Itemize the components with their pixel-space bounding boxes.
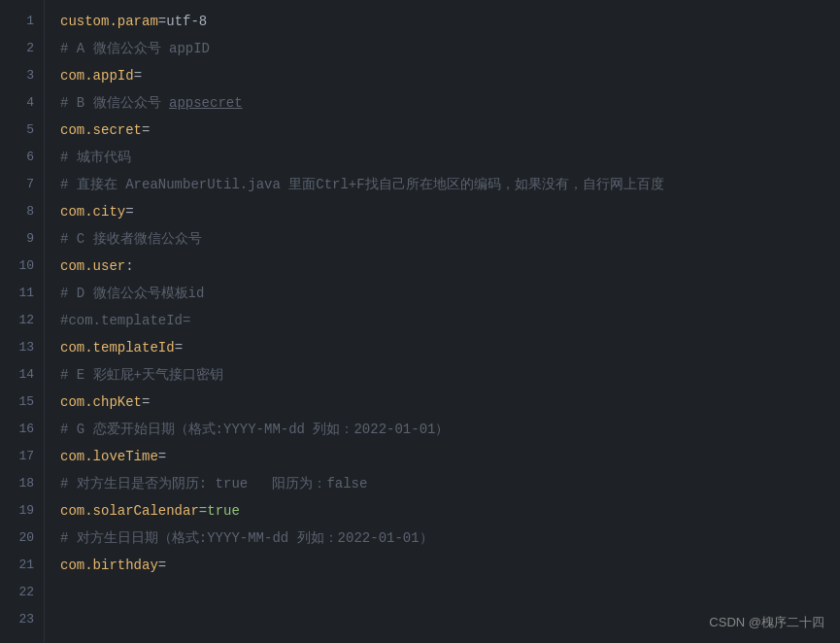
token: com.loveTime <box>60 449 158 464</box>
token: = <box>158 558 166 573</box>
line-number: 16 <box>0 416 44 443</box>
token: com.user <box>60 258 125 274</box>
token: = <box>158 449 166 464</box>
code-line <box>45 579 840 606</box>
line-number: 3 <box>0 62 44 89</box>
code-line: com.secret= <box>45 117 840 144</box>
token: : <box>125 258 133 274</box>
code-line: com.solarCalendar=true <box>45 497 840 525</box>
line-number: 18 <box>0 470 44 497</box>
line-number: 4 <box>0 89 44 117</box>
line-number: 12 <box>0 307 44 334</box>
code-area: 1234567891011121314151617181920212223 cu… <box>0 0 840 643</box>
line-number: 5 <box>0 117 44 144</box>
code-line: com.user: <box>45 253 840 280</box>
code-line: # E 彩虹屁+天气接口密钥 <box>45 361 840 389</box>
token: # 直接在 AreaNumberUtil.java 里面Ctrl+F找自己所在地… <box>60 177 664 192</box>
code-line: # 对方生日日期（格式:YYYY-MM-dd 列如：2022-01-01） <box>45 525 840 552</box>
line-number: 8 <box>0 198 44 225</box>
code-line: com.appId= <box>45 62 840 89</box>
line-number: 23 <box>0 606 44 633</box>
token: # 对方生日是否为阴历: true 阳历为：false <box>60 476 367 491</box>
token: = <box>142 394 150 410</box>
code-line: # C 接收者微信公众号 <box>45 225 840 253</box>
line-number: 10 <box>0 253 44 280</box>
code-line: # 直接在 AreaNumberUtil.java 里面Ctrl+F找自己所在地… <box>45 171 840 198</box>
line-number: 17 <box>0 443 44 470</box>
code-line: com.city= <box>45 198 840 225</box>
token: # B 微信公众号 <box>60 95 169 111</box>
token: # C 接收者微信公众号 <box>60 231 202 247</box>
code-line: # G 恋爱开始日期（格式:YYYY-MM-dd 列如：2022-01-01） <box>45 416 840 443</box>
line-number: 20 <box>0 525 44 552</box>
token: =true <box>199 503 240 519</box>
code-line: com.templateId= <box>45 334 840 361</box>
token: # G 恋爱开始日期（格式:YYYY-MM-dd 列如：2022-01-01） <box>60 422 449 437</box>
token: # A 微信公众号 appID <box>60 41 210 56</box>
token: com.appId <box>60 68 134 84</box>
code-line: com.birthday= <box>45 552 840 579</box>
token: com.chpKet <box>60 394 142 410</box>
token: = <box>125 204 133 220</box>
line-number: 6 <box>0 144 44 171</box>
token: com.templateId <box>60 340 175 355</box>
token: # D 微信公众号模板id <box>60 286 204 301</box>
line-number: 19 <box>0 497 44 525</box>
token: = <box>175 340 183 355</box>
token: #com.templateId= <box>60 313 190 328</box>
token: com.birthday <box>60 558 158 573</box>
code-editor: 1234567891011121314151617181920212223 cu… <box>0 0 840 643</box>
line-number: 7 <box>0 171 44 198</box>
token: com.city <box>60 204 125 220</box>
code-lines[interactable]: custom.param=utf-8# A 微信公众号 appIDcom.app… <box>45 0 840 643</box>
line-numbers: 1234567891011121314151617181920212223 <box>0 0 45 643</box>
token: # 对方生日日期（格式:YYYY-MM-dd 列如：2022-01-01） <box>60 530 433 546</box>
token: # E 彩虹屁+天气接口密钥 <box>60 367 223 383</box>
code-line: custom.param=utf-8 <box>45 8 840 35</box>
token: # 城市代码 <box>60 150 131 165</box>
token: appsecret <box>169 95 243 111</box>
code-line: com.chpKet= <box>45 389 840 416</box>
code-line: com.loveTime= <box>45 443 840 470</box>
token: =utf-8 <box>158 14 207 29</box>
line-number: 22 <box>0 579 44 606</box>
code-line: # B 微信公众号 appsecret <box>45 89 840 117</box>
line-number: 13 <box>0 334 44 361</box>
code-line: #com.templateId= <box>45 307 840 334</box>
watermark: CSDN @槐序二十四 <box>709 614 824 631</box>
token: com.solarCalendar <box>60 503 199 519</box>
token: custom.param <box>60 14 158 29</box>
code-line: # 城市代码 <box>45 144 840 171</box>
token: com.secret <box>60 122 142 138</box>
code-line: # A 微信公众号 appID <box>45 35 840 62</box>
code-line: # D 微信公众号模板id <box>45 280 840 307</box>
line-number: 21 <box>0 552 44 579</box>
token: = <box>134 68 142 84</box>
line-number: 9 <box>0 225 44 253</box>
code-line: # 对方生日是否为阴历: true 阳历为：false <box>45 470 840 497</box>
line-number: 2 <box>0 35 44 62</box>
token: = <box>142 122 150 138</box>
line-number: 15 <box>0 389 44 416</box>
line-number: 1 <box>0 8 44 35</box>
line-number: 14 <box>0 361 44 389</box>
line-number: 11 <box>0 280 44 307</box>
